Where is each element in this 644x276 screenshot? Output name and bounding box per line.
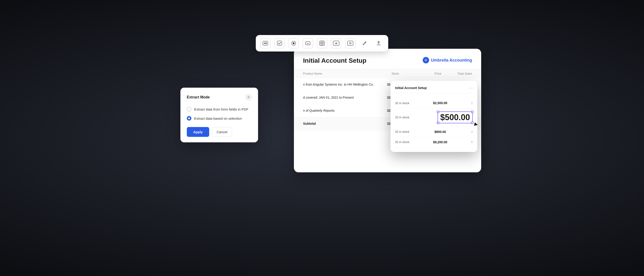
dropdown-icon[interactable] bbox=[303, 38, 313, 48]
brand-name: Umbrella Accounting bbox=[431, 58, 472, 63]
scene-container: AB ok 31 Initial Account Setup bbox=[162, 35, 482, 241]
rp-num-2: 4 bbox=[471, 130, 473, 133]
right-panel-menu-icon[interactable]: ⋯ bbox=[468, 85, 473, 90]
table-icon[interactable] bbox=[317, 38, 327, 48]
svg-text:31: 31 bbox=[349, 42, 352, 45]
dialog-actions: Apply Cancel bbox=[187, 127, 252, 137]
right-panel-header: Initial Account Setup ⋯ bbox=[395, 85, 473, 93]
rp-price-2: $800.00 bbox=[434, 130, 446, 134]
svg-text:AB: AB bbox=[264, 42, 267, 45]
cancel-button[interactable]: Cancel bbox=[212, 127, 232, 137]
rp-price-3: $9,200.00 bbox=[433, 140, 447, 144]
annotate-icon[interactable] bbox=[360, 38, 370, 48]
rp-num-0: 2 bbox=[471, 101, 473, 105]
right-panel-row-0: 32 in stock $2,500.00 2 bbox=[395, 98, 473, 108]
rp-num-3: 8 bbox=[471, 140, 473, 144]
handle-tl bbox=[437, 111, 439, 113]
rp-stock-3: 32 in stock bbox=[395, 140, 409, 144]
checkbox-icon[interactable] bbox=[274, 38, 284, 48]
text-ab-icon[interactable]: AB bbox=[260, 38, 270, 48]
product-name-0: n from Angular Systems Inc. to HH Wellin… bbox=[303, 83, 380, 86]
svg-rect-6 bbox=[320, 41, 324, 46]
selected-value-text: $500.00 bbox=[440, 113, 470, 122]
toolbar: AB ok 31 bbox=[256, 35, 388, 52]
col-header-total: Total Sales bbox=[441, 72, 472, 75]
brand-icon: U bbox=[423, 57, 429, 63]
svg-text:ok: ok bbox=[335, 42, 338, 45]
radio-option-selection[interactable]: Extract data based on selection bbox=[187, 116, 252, 121]
product-name-1: d covered: JAN 01, 2021 to Present bbox=[303, 96, 380, 99]
subtotal-label: Subtotal bbox=[303, 122, 380, 125]
handle-br: ▶ bbox=[471, 122, 474, 124]
svg-rect-2 bbox=[277, 41, 282, 46]
table-header: Product Name Stock Price Total Sales bbox=[294, 69, 481, 78]
right-panel: Initial Account Setup ⋯ 32 in stock $2,5… bbox=[390, 81, 477, 152]
dialog-header: Extract Mode × bbox=[187, 94, 252, 100]
brand-logo: U Umbrella Accounting bbox=[423, 57, 472, 63]
handle-tr bbox=[471, 111, 474, 113]
calendar-icon[interactable]: 31 bbox=[345, 38, 355, 48]
radio-label-selection: Extract data based on selection bbox=[194, 116, 242, 120]
doc-title: Initial Account Setup bbox=[303, 57, 366, 64]
svg-line-15 bbox=[365, 42, 366, 43]
col-header-stock: Stock bbox=[380, 72, 410, 75]
radio-icon[interactable] bbox=[289, 38, 299, 48]
radio-circle-selection bbox=[187, 116, 191, 121]
svg-rect-5 bbox=[306, 42, 310, 45]
dialog-close-button[interactable]: × bbox=[245, 94, 252, 100]
extract-dialog: Extract Mode × Extract data from form fi… bbox=[180, 88, 258, 142]
selected-value-box: $500.00 ▶ bbox=[438, 111, 473, 123]
right-panel-title: Initial Account Setup bbox=[395, 86, 427, 90]
radio-option-form-fields[interactable]: Extract data from form fields in PDF bbox=[187, 107, 252, 111]
svg-point-4 bbox=[293, 42, 294, 44]
rp-stock-0: 32 in stock bbox=[395, 101, 409, 105]
right-panel-row-3: 32 in stock $9,200.00 8 bbox=[395, 137, 473, 147]
rp-stock-2: 32 in stock bbox=[395, 130, 409, 133]
rp-stock-1: 32 in stock bbox=[395, 115, 409, 119]
col-header-product: Product Name bbox=[303, 72, 380, 75]
ok-badge-icon[interactable]: ok bbox=[331, 38, 341, 48]
radio-circle-form bbox=[187, 107, 191, 111]
doc-header: Initial Account Setup U Umbrella Account… bbox=[294, 49, 481, 69]
right-panel-row-1: 32 in stock $500.00 ▶ bbox=[395, 108, 473, 127]
apply-button[interactable]: Apply bbox=[187, 127, 209, 137]
right-panel-row-2: 32 in stock $800.00 4 bbox=[395, 127, 473, 137]
handle-bl bbox=[437, 122, 439, 124]
dialog-title: Extract Mode bbox=[187, 95, 210, 99]
col-header-price: Price bbox=[410, 72, 442, 75]
rp-price-0: $2,500.00 bbox=[433, 101, 447, 105]
upload-icon[interactable] bbox=[374, 38, 384, 48]
radio-label-form: Extract data from form fields in PDF bbox=[194, 107, 248, 111]
product-name-2: n of Quarterly Reports bbox=[303, 109, 380, 112]
selected-value-container: $500.00 ▶ bbox=[438, 111, 473, 123]
